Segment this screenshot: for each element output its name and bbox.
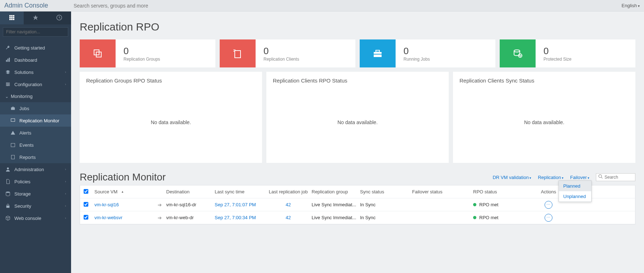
nav-label: Jobs [19, 106, 29, 111]
chevron-right-icon: › [65, 168, 66, 171]
dr-vm-validation-dropdown[interactable]: DR VM validation [493, 175, 531, 180]
nav-reports[interactable]: Reports [0, 151, 71, 163]
svg-rect-5 [13, 17, 14, 18]
col-last-job[interactable]: Last replication job [265, 189, 312, 194]
replication-dropdown[interactable]: Replication [538, 175, 564, 180]
stat-value: 0 [263, 46, 299, 57]
cell-last-job: 42 [265, 202, 312, 207]
col-destination[interactable]: Destination [166, 189, 215, 194]
col-source-vm[interactable]: Source VM [94, 189, 166, 194]
failover-unplanned-option[interactable]: Unplanned [559, 191, 591, 202]
nav-getting-started[interactable]: Getting started [0, 42, 71, 54]
cell-group: Live Sync Immediat... [312, 215, 360, 220]
stat-value: 0 [543, 46, 571, 57]
panel-body: No data available. [459, 86, 629, 158]
svg-rect-8 [13, 19, 14, 20]
nav-configuration[interactable]: Configuration› [0, 78, 71, 90]
chevron-right-icon: › [65, 70, 66, 74]
nav-monitoring[interactable]: Monitoring [0, 90, 71, 102]
chevron-right-icon: › [65, 204, 66, 208]
row-actions-button[interactable]: ⋯ [545, 214, 552, 222]
nav-solutions[interactable]: Solutions› [0, 66, 71, 78]
table-search-input[interactable] [605, 175, 633, 180]
last-sync-link[interactable]: Sep 27, 7:00:34 PM [215, 215, 256, 220]
sidebar-tab-favorites[interactable] [24, 11, 47, 24]
svg-rect-29 [374, 54, 382, 55]
svg-rect-19 [11, 143, 15, 147]
nav-list: Getting started Dashboard Solutions› Con… [0, 42, 71, 224]
cell-last-sync: Sep 27, 7:01:07 PM [215, 202, 265, 207]
language-selector[interactable]: English [622, 3, 640, 8]
nav-label: Web console [14, 216, 41, 221]
monitor-title: Replication Monitor [80, 171, 166, 183]
select-all-checkbox[interactable] [84, 189, 88, 194]
nav-web-console[interactable]: Web console› [0, 212, 71, 224]
nav-administration[interactable]: Administration› [0, 163, 71, 175]
panel-title: Replication Clients Sync Status [459, 77, 629, 84]
row-checkbox[interactable] [84, 202, 88, 207]
svg-point-21 [7, 168, 9, 169]
nav-policies[interactable]: Policies› [0, 175, 71, 188]
cell-sync-status: In Sync [360, 215, 412, 220]
row-checkbox[interactable] [84, 215, 88, 220]
server-icon [220, 39, 256, 67]
cell-sync-status: In Sync [360, 202, 412, 207]
nav-storage[interactable]: Storage› [0, 188, 71, 200]
global-search-input[interactable] [71, 1, 232, 11]
stat-protected-size[interactable]: 0Protected Size [500, 39, 635, 67]
row-actions-button[interactable]: ⋯ [545, 201, 552, 209]
cell-last-sync: Sep 27, 7:00:34 PM [215, 215, 265, 220]
stat-replication-clients[interactable]: 0Replication Clients [220, 39, 355, 67]
last-sync-link[interactable]: Sep 27, 7:01:07 PM [215, 202, 256, 207]
svg-rect-20 [11, 155, 15, 159]
svg-rect-7 [11, 19, 13, 20]
cell-group: Live Sync Immediat... [312, 202, 360, 207]
failover-planned-option[interactable]: Planned [559, 181, 591, 191]
stat-replication-groups[interactable]: 0Replication Groups [80, 39, 215, 67]
sidebar-tab-apps[interactable] [0, 11, 24, 24]
chart-icon [5, 57, 11, 63]
alert-icon [10, 130, 16, 136]
nav-security[interactable]: Security› [0, 200, 71, 212]
cell-source-vm: vm-kr-websvr➔ [94, 215, 166, 221]
stat-row: 0Replication Groups 0Replication Clients… [80, 39, 635, 67]
table-row: vm-kr-websvr➔ vm-kr-web-dr Sep 27, 7:00:… [80, 211, 635, 224]
report-icon [10, 154, 16, 160]
nav-dashboard[interactable]: Dashboard [0, 54, 71, 66]
failover-dropdown[interactable]: Failover [570, 175, 589, 180]
stat-body: 0Replication Clients [256, 46, 299, 62]
panel-groups-rpo: Replication Groups RPO Status No data av… [80, 72, 262, 163]
source-vm-link[interactable]: vm-kr-sql16 [94, 202, 119, 207]
monitor-actions: DR VM validation Replication Failover Pl… [493, 173, 635, 181]
svg-rect-23 [6, 206, 10, 208]
page-title: Replication RPO [80, 21, 635, 33]
rpo-status-text: RPO met [479, 215, 498, 220]
chevron-right-icon: › [65, 192, 66, 196]
col-sync-status[interactable]: Sync status [360, 189, 412, 194]
nav-replication-monitor[interactable]: Replication Monitor [0, 114, 71, 127]
nav-jobs[interactable]: Jobs [0, 102, 71, 114]
chevron-right-icon: › [65, 216, 66, 220]
col-replication-group[interactable]: Replication group [312, 189, 360, 194]
star-icon [33, 15, 38, 22]
nav-alerts[interactable]: Alerts [0, 127, 71, 139]
sliders-icon [5, 81, 11, 87]
status-dot-icon [473, 203, 476, 206]
col-last-sync[interactable]: Last sync time [215, 189, 265, 194]
stat-running-jobs[interactable]: 0Running Jobs [360, 39, 495, 67]
monitor-table: Source VM Destination Last sync time Las… [80, 185, 635, 225]
nav-filter-container [0, 24, 71, 39]
last-job-link[interactable]: 42 [286, 215, 291, 220]
global-search-container [71, 1, 622, 11]
sidebar-tab-recent[interactable] [47, 11, 71, 24]
clock-icon [56, 15, 62, 22]
svg-rect-28 [376, 50, 379, 52]
source-vm-link[interactable]: vm-kr-websvr [94, 215, 122, 220]
nav-events[interactable]: Events [0, 139, 71, 151]
arrow-right-icon: ➔ [158, 202, 162, 208]
svg-rect-16 [11, 107, 15, 110]
last-job-link[interactable]: 42 [286, 202, 291, 207]
col-failover-status[interactable]: Failover status [412, 189, 473, 194]
col-rpo-status[interactable]: RPO status [473, 189, 534, 194]
nav-filter-input[interactable] [3, 27, 68, 37]
